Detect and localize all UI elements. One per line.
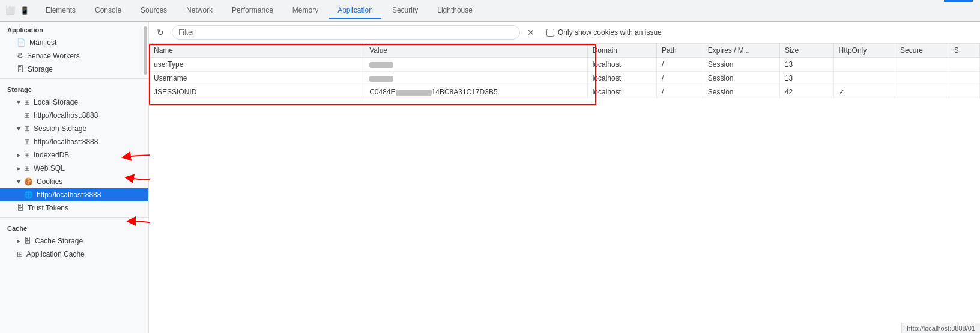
- web-sql-chevron-icon: ▸: [17, 164, 20, 173]
- sidebar-label-session-storage: Session Storage: [34, 124, 86, 133]
- sidebar-item-local-storage[interactable]: ▾ ⊞ Local Storage: [0, 96, 148, 109]
- filter-input[interactable]: [172, 25, 520, 40]
- cell-expires-jsessionid: Session: [703, 85, 779, 99]
- devtools-tabbar: ⬜ 📱 Elements Console Sources Network Per…: [0, 0, 980, 22]
- sidebar-item-service-workers[interactable]: ⚙ Service Workers: [0, 49, 148, 63]
- sidebar-label-local-storage: Local Storage: [34, 98, 78, 106]
- indexeddb-icon: ⊞: [24, 151, 30, 159]
- sidebar-label-cookies: Cookies: [37, 177, 62, 186]
- refresh-button[interactable]: ↻: [154, 26, 167, 39]
- inspect-icon[interactable]: ⬜: [5, 5, 16, 16]
- sidebar-item-session-storage-localhost[interactable]: ⊞ http://localhost:8888: [0, 135, 148, 148]
- col-header-expires: Expires / M...: [703, 44, 779, 58]
- session-storage-chevron-icon: ▾: [17, 124, 20, 133]
- col-header-size: Size: [779, 44, 833, 58]
- blurred-value: [396, 90, 432, 96]
- cache-storage-icon: 🗄: [24, 237, 31, 245]
- cell-size-jsessionid: 42: [779, 85, 833, 99]
- sidebar-label-session-storage-localhost: http://localhost:8888: [34, 138, 98, 146]
- cookies-icon: 🍪: [24, 177, 33, 186]
- table-row[interactable]: Username localhost / Session 13: [149, 72, 980, 85]
- sidebar-item-indexeddb[interactable]: ▸ ⊞ IndexedDB: [0, 148, 148, 162]
- sidebar-item-trust-tokens[interactable]: 🗄 Trust Tokens: [0, 201, 148, 215]
- tab-security[interactable]: Security: [384, 2, 426, 19]
- tab-network[interactable]: Network: [178, 2, 221, 19]
- cell-value-usertype: [364, 58, 587, 72]
- cell-expires-usertype: Session: [703, 58, 779, 72]
- cell-value-username: [364, 72, 587, 85]
- sidebar-item-session-storage[interactable]: ▾ ⊞ Session Storage: [0, 122, 148, 135]
- sidebar-section-cache: Cache: [0, 220, 148, 234]
- cell-httponly-username: [833, 72, 895, 85]
- sidebar-divider-1: [0, 78, 148, 79]
- col-header-name: Name: [149, 44, 364, 58]
- sidebar-section-storage: Storage: [0, 81, 148, 96]
- sidebar-item-cookies-localhost[interactable]: 🌐 http://localhost:8888: [0, 188, 148, 201]
- sidebar-item-app-cache[interactable]: ⊞ Application Cache: [0, 248, 148, 261]
- table-header-row: Name Value Domain Path Expires / M... Si…: [149, 44, 980, 58]
- cell-name-jsessionid: JSESSIONID: [149, 85, 364, 99]
- col-header-path: Path: [656, 44, 703, 58]
- device-icon[interactable]: 📱: [19, 5, 30, 16]
- col-header-s: S: [949, 44, 979, 58]
- clear-filter-button[interactable]: ✕: [525, 26, 537, 38]
- storage-icon: 🗄: [17, 65, 24, 73]
- sidebar-label-web-sql: Web SQL: [34, 164, 65, 173]
- cell-s-username: [949, 72, 979, 85]
- col-header-secure: Secure: [895, 44, 949, 58]
- tab-memory[interactable]: Memory: [284, 2, 327, 19]
- cell-path-usertype: /: [656, 58, 703, 72]
- sidebar-label-local-storage-localhost: http://localhost:8888: [34, 111, 98, 120]
- cell-httponly-jsessionid: ✓: [833, 85, 895, 99]
- sidebar-item-cache-storage[interactable]: ▸ 🗄 Cache Storage: [0, 234, 148, 248]
- arrow-local-storage: [233, 128, 281, 158]
- tab-sources[interactable]: Sources: [132, 2, 175, 19]
- devtools-icons: ⬜ 📱: [5, 5, 30, 16]
- sidebar-label-cookies-localhost: http://localhost:8888: [37, 191, 101, 199]
- session-storage-child-icon: ⊞: [24, 138, 30, 146]
- manifest-icon: 📄: [17, 38, 26, 47]
- chevron-down-icon: ▾: [17, 98, 20, 106]
- sidebar-item-cookies[interactable]: ▾ 🍪 Cookies: [0, 175, 148, 188]
- cell-size-usertype: 13: [779, 58, 833, 72]
- only-issues-checkbox[interactable]: [546, 29, 554, 37]
- sidebar-label-cache-storage: Cache Storage: [35, 237, 83, 245]
- cell-path-username: /: [656, 72, 703, 85]
- filter-bar: ↻ ✕ Only show cookies with an issue: [149, 22, 980, 44]
- cell-domain-jsessionid: localhost: [587, 85, 656, 99]
- cache-storage-chevron-icon: ▸: [17, 237, 20, 245]
- tab-elements[interactable]: Elements: [37, 2, 84, 19]
- sidebar-item-web-sql[interactable]: ▸ ⊞ Web SQL: [0, 162, 148, 175]
- cell-s-usertype: [949, 58, 979, 72]
- sidebar-item-storage[interactable]: 🗄 Storage: [0, 63, 148, 76]
- table-row[interactable]: JSESSIONID C0484E14BC8A31C17D3B5 localho…: [149, 85, 980, 99]
- scroll-indicator[interactable]: [144, 26, 147, 75]
- sidebar-label-service-workers: Service Workers: [27, 52, 80, 60]
- cell-domain-username: localhost: [587, 72, 656, 85]
- sidebar-item-local-storage-localhost[interactable]: ⊞ http://localhost:8888: [0, 109, 148, 122]
- sidebar-divider-2: [0, 217, 148, 218]
- app-cache-icon: ⊞: [17, 250, 23, 258]
- sidebar-item-manifest[interactable]: 📄 Manifest: [0, 36, 148, 49]
- session-storage-icon: ⊞: [24, 124, 30, 133]
- cell-secure-usertype: [895, 58, 949, 72]
- tab-lighthouse[interactable]: Lighthouse: [429, 2, 481, 19]
- sidebar: Application 📄 Manifest ⚙ Service Workers…: [0, 22, 149, 333]
- tab-console[interactable]: Console: [86, 2, 130, 19]
- service-workers-icon: ⚙: [17, 52, 23, 60]
- cell-value-jsessionid: C0484E14BC8A31C17D3B5: [364, 85, 587, 99]
- sidebar-label-app-cache: Application Cache: [26, 250, 85, 258]
- web-sql-icon: ⊞: [24, 164, 30, 173]
- sidebar-label-indexeddb: IndexedDB: [34, 151, 69, 159]
- cookies-table-container: Name Value Domain Path Expires / M... Si…: [149, 44, 980, 333]
- tab-performance[interactable]: Performance: [223, 2, 282, 19]
- blurred-value: [369, 62, 393, 68]
- cell-secure-jsessionid: [895, 85, 949, 99]
- table-row[interactable]: userType localhost / Session 13: [149, 58, 980, 72]
- cell-s-jsessionid: [949, 85, 979, 99]
- local-storage-icon: ⊞: [24, 98, 30, 106]
- cell-httponly-usertype: [833, 58, 895, 72]
- cell-expires-username: Session: [703, 72, 779, 85]
- tab-application[interactable]: Application: [329, 2, 381, 19]
- cell-size-username: 13: [779, 72, 833, 85]
